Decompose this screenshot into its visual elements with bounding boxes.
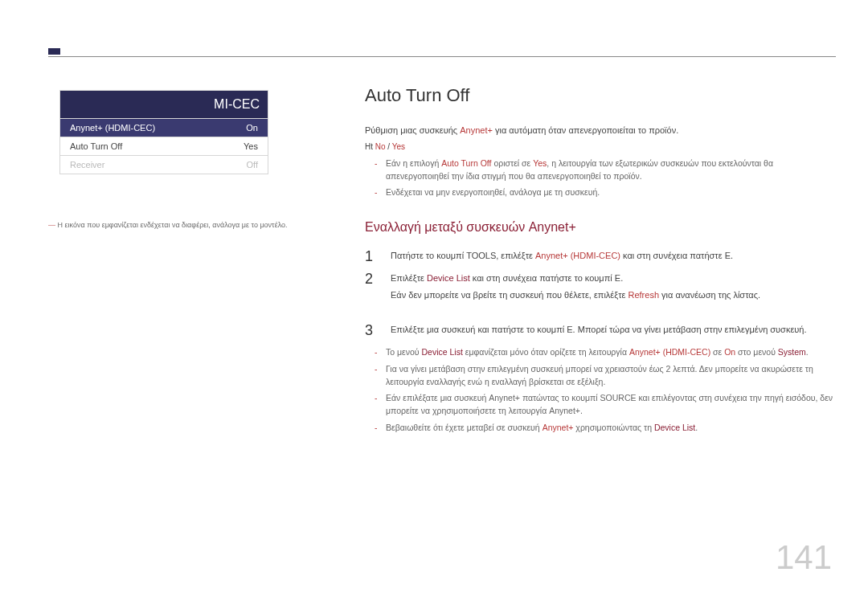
bullet-text: Ενδέχεται να μην ενεργοποιηθεί, ανάλογα … xyxy=(386,186,600,198)
note-text: Το μενού Device List εμφανίζεται μόνο ότ… xyxy=(386,345,809,358)
note-text: Εάν επιλέξατε μια συσκευή Anynet+ πατώντ… xyxy=(386,391,836,418)
step-2-sub: Εάν δεν μπορείτε να βρείτε τη συσκευή πο… xyxy=(391,288,836,302)
bullet-dash-icon: - xyxy=(375,157,379,183)
step-1: 1 Πατήστε το κουμπί TOOLS, επιλέξτε Anyn… xyxy=(365,249,836,264)
bullet-dash-icon: - xyxy=(375,345,379,358)
bullet-dash-icon: - xyxy=(375,421,379,434)
row-label: Anynet+ (HDMI-CEC) xyxy=(70,123,155,133)
row-label: Auto Turn Off xyxy=(70,141,122,151)
card-title: MI-CEC xyxy=(60,91,268,118)
bullet-text: Εάν η επιλογή Auto Turn Off οριστεί σε Y… xyxy=(386,157,836,183)
menu-row-receiver: Receiver Off xyxy=(60,155,268,174)
menu-row-anynet[interactable]: Anynet+ (HDMI-CEC) On xyxy=(60,118,268,137)
note-4: - Βεβαιωθείτε ότι έχετε μεταβεί σε συσκε… xyxy=(375,421,836,434)
heading-auto-turn-off: Auto Turn Off xyxy=(365,82,836,109)
caption-dash: ― xyxy=(48,221,55,229)
row-label: Receiver xyxy=(70,160,104,170)
content-column: Auto Turn Off Ρύθμιση μιας συσκευής Anyn… xyxy=(365,82,836,437)
step-number: 2 xyxy=(365,272,376,315)
corner-mark xyxy=(48,48,60,55)
step-number: 1 xyxy=(365,249,376,264)
para-intro: Ρύθμιση μιας συσκευής Anynet+ για αυτόμα… xyxy=(365,124,836,137)
step-body: Πατήστε το κουμπί TOOLS, επιλέξτε Anynet… xyxy=(391,249,836,264)
step-number: 3 xyxy=(365,323,376,337)
heading-switching: Εναλλαγή μεταξύ συσκευών Anynet+ xyxy=(365,218,836,238)
step-3: 3 Επιλέξτε μια συσκευή και πατήστε το κο… xyxy=(365,323,836,337)
image-caption: ― Η εικόνα που εμφανίζεται ενδέχεται να … xyxy=(48,221,288,229)
bullet-dash-icon: - xyxy=(375,186,379,198)
note-text: Βεβαιωθείτε ότι έχετε μεταβεί σε συσκευή… xyxy=(386,421,698,434)
note-2: - Για να γίνει μετάβαση στην επιλεγμένη … xyxy=(375,362,836,389)
step-body: Επιλέξτε μια συσκευή και πατήστε το κουμ… xyxy=(391,323,836,337)
page-number: 141 xyxy=(776,538,832,577)
row-value: Off xyxy=(247,160,258,170)
step-2: 2 Επιλέξτε Device List και στη συνέχεια … xyxy=(365,272,836,315)
bullet-dash-icon: - xyxy=(375,362,379,389)
settings-card: MI-CEC Anynet+ (HDMI-CEC) On Auto Turn O… xyxy=(59,90,268,174)
row-value: On xyxy=(246,123,258,133)
note-text: Για να γίνει μετάβαση στην επιλεγμένη συ… xyxy=(386,362,836,389)
note-1: - Το μενού Device List εμφανίζεται μόνο … xyxy=(375,345,836,358)
para-options: Ht No / Yes xyxy=(365,141,836,153)
menu-row-auto-turn-off[interactable]: Auto Turn Off Yes xyxy=(60,137,268,155)
row-value: Yes xyxy=(244,141,258,151)
caption-text: Η εικόνα που εμφανίζεται ενδέχεται να δι… xyxy=(58,221,288,229)
bullet-2: - Ενδέχεται να μην ενεργοποιηθεί, ανάλογ… xyxy=(375,186,836,198)
bullet-1: - Εάν η επιλογή Auto Turn Off οριστεί σε… xyxy=(375,157,836,183)
top-rule xyxy=(48,56,836,57)
step-body: Επιλέξτε Device List και στη συνέχεια πα… xyxy=(391,272,836,315)
note-3: - Εάν επιλέξατε μια συσκευή Anynet+ πατώ… xyxy=(375,391,836,418)
bullet-dash-icon: - xyxy=(375,391,379,418)
